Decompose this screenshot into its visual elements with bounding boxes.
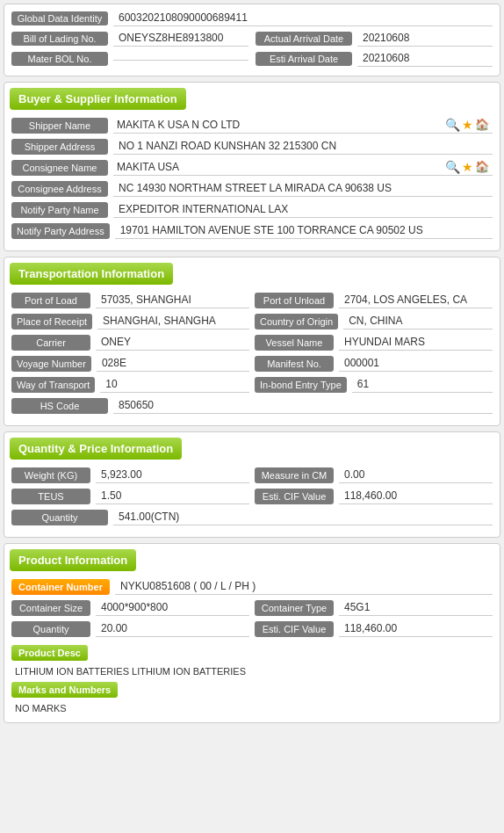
place-of-receipt-value: SHANGHAI, SHANGHA — [97, 313, 249, 330]
product-quantity-value: 20.00 — [96, 620, 249, 637]
transportation-header: Transportation Information — [10, 263, 173, 285]
consignee-name-label: Consignee Name — [11, 160, 108, 176]
measure-in-cm-label: Measure in CM — [255, 467, 334, 483]
country-of-origin-label: Country of Origin — [255, 314, 338, 330]
actual-arrival-date-value: 20210608 — [357, 30, 493, 47]
measure-in-cm-half: Measure in CM 0.00 — [255, 467, 493, 483]
weight-kg-half: Weight (KG) 5,923.00 — [11, 467, 249, 483]
esti-cif-value: 118,460.00 — [339, 488, 493, 504]
global-data-identity-value: 6003202108090000689411 — [113, 10, 493, 26]
voyage-number-value: 028E — [97, 355, 249, 372]
product-quantity-label: Quantity — [11, 621, 90, 637]
container-type-label: Container Type — [255, 600, 334, 616]
weight-kg-label: Weight (KG) — [11, 467, 90, 483]
in-bond-entry-type-value: 61 — [352, 376, 493, 393]
country-of-origin-value: CN, CHINA — [343, 313, 493, 330]
notify-party-address-label: Notify Party Address — [11, 223, 110, 239]
shipper-name-search-icon[interactable]: 🔍 — [445, 118, 460, 132]
notify-party-address-value: 19701 HAMILTON AVENUE STE 100 TORRANCE C… — [115, 222, 493, 239]
port-of-unload-half: Port of Unload 2704, LOS ANGELES, CA — [255, 292, 493, 308]
actual-arrival-date-label: Actual Arrival Date — [256, 32, 352, 46]
carrier-value: ONEY — [96, 334, 249, 351]
quantity-row: Quantity 541.00(CTN) — [11, 509, 493, 525]
port-of-unload-value: 2704, LOS ANGELES, CA — [339, 292, 493, 308]
consignee-name-field: MAKITA USA 🔍 ★ 🏠 — [113, 159, 493, 176]
vessel-name-value: HYUNDAI MARS — [339, 334, 493, 351]
teus-value: 1.50 — [96, 488, 249, 504]
container-type-half: Container Type 45G1 — [255, 599, 493, 616]
shipper-address-value: NO 1 NANZI ROAD KUNSHAN 32 215300 CN — [113, 138, 493, 155]
place-of-receipt-label: Place of Receipt — [11, 314, 92, 330]
container-size-label: Container Size — [11, 600, 90, 616]
shipper-name-value: MAKITA K USA N CO LTD — [113, 117, 445, 133]
weight-kg-value: 5,923.00 — [96, 467, 249, 483]
hs-code-value: 850650 — [113, 397, 493, 414]
port-of-unload-label: Port of Unload — [255, 293, 334, 308]
in-bond-entry-type-half: In-bond Entry Type 61 — [255, 376, 493, 393]
carrier-half: Carrier ONEY — [11, 334, 249, 351]
hs-code-row: HS Code 850650 — [11, 397, 493, 414]
mater-bol-label: Mater BOL No. — [11, 52, 108, 66]
quantity-price-header: Quantity & Price Information — [10, 438, 182, 460]
consignee-name-row: Consignee Name MAKITA USA 🔍 ★ 🏠 — [11, 159, 493, 176]
bill-of-lading-value: ONEYSZ8HE8913800 — [113, 30, 248, 47]
marks-numbers-button[interactable]: Marks and Numbers — [11, 682, 118, 698]
container-size-value: 4000*900*800 — [96, 599, 249, 616]
teus-label: TEUS — [11, 489, 90, 504]
country-of-origin-half: Country of Origin CN, CHINA — [255, 313, 493, 330]
product-quantity-cif-row: Quantity 20.00 Esti. CIF Value 118,460.0… — [11, 620, 493, 637]
way-of-transport-value: 10 — [100, 376, 249, 393]
consignee-name-value: MAKITA USA — [113, 159, 445, 175]
esti-cif-label: Esti. CIF Value — [255, 489, 334, 504]
consignee-name-home-icon[interactable]: 🏠 — [475, 160, 489, 174]
buyer-supplier-section: Buyer & Supplier Information Shipper Nam… — [4, 82, 500, 251]
no-marks-text: NO MARKS — [11, 701, 493, 715]
product-header: Product Information — [10, 549, 136, 571]
marks-numbers-section: Marks and Numbers NO MARKS — [11, 678, 493, 715]
vessel-name-label: Vessel Name — [255, 335, 334, 351]
shipper-name-label: Shipper Name — [11, 118, 108, 134]
product-desc-button[interactable]: Product Desc — [11, 645, 88, 661]
container-number-button[interactable]: Container Number — [11, 579, 110, 595]
manifest-no-label: Manifest No. — [255, 356, 334, 372]
global-data-identity-label: Global Data Identity — [11, 11, 108, 25]
shipper-name-home-icon[interactable]: 🏠 — [475, 118, 489, 132]
shipper-name-field: MAKITA K USA N CO LTD 🔍 ★ 🏠 — [113, 117, 493, 134]
notify-party-name-value: EXPEDITOR INTERNATIONAL LAX — [113, 201, 493, 218]
port-of-load-value: 57035, SHANGHAI — [96, 292, 249, 308]
shipper-address-label: Shipper Address — [11, 139, 108, 155]
receipt-origin-row: Place of Receipt SHANGHAI, SHANGHA Count… — [11, 313, 493, 330]
voyage-number-half: Voyage Number 028E — [11, 355, 249, 372]
consignee-address-row: Consignee Address NC 14930 NORTHAM STREE… — [11, 180, 493, 197]
vessel-name-half: Vessel Name HYUNDAI MARS — [255, 334, 493, 351]
voyage-number-label: Voyage Number — [11, 356, 91, 372]
container-number-row: Container Number NYKU0851608 ( 00 / L / … — [11, 578, 493, 595]
notify-party-name-row: Notify Party Name EXPEDITOR INTERNATIONA… — [11, 201, 493, 218]
product-quantity-half: Quantity 20.00 — [11, 620, 249, 637]
way-inbond-row: Way of Transport 10 In-bond Entry Type 6… — [11, 376, 493, 393]
in-bond-entry-type-label: In-bond Entry Type — [255, 377, 347, 393]
consignee-name-search-icon[interactable]: 🔍 — [445, 160, 460, 174]
shipper-name-star-icon[interactable]: ★ — [462, 118, 473, 132]
esti-cif-half: Esti. CIF Value 118,460.00 — [255, 488, 493, 504]
container-size-half: Container Size 4000*900*800 — [11, 599, 249, 616]
product-esti-cif-label: Esti. CIF Value — [255, 621, 334, 637]
mater-bol-value — [113, 56, 248, 61]
weight-measure-row: Weight (KG) 5,923.00 Measure in CM 0.00 — [11, 467, 493, 483]
container-number-value: NYKU0851608 ( 00 / L / PH ) — [115, 578, 493, 595]
consignee-name-star-icon[interactable]: ★ — [462, 160, 473, 174]
container-size-type-row: Container Size 4000*900*800 Container Ty… — [11, 599, 493, 616]
quantity-price-section: Quantity & Price Information Weight (KG)… — [4, 431, 500, 538]
quantity-value: 541.00(CTN) — [113, 509, 493, 525]
shipper-address-row: Shipper Address NO 1 NANZI ROAD KUNSHAN … — [11, 138, 493, 155]
consignee-address-value: NC 14930 NORTHAM STREET LA MIRADA CA 906… — [113, 180, 493, 197]
consignee-address-label: Consignee Address — [11, 181, 108, 197]
product-esti-cif-half: Esti. CIF Value 118,460.00 — [255, 620, 493, 637]
carrier-vessel-row: Carrier ONEY Vessel Name HYUNDAI MARS — [11, 334, 493, 351]
way-of-transport-label: Way of Transport — [11, 377, 95, 393]
manifest-no-half: Manifest No. 000001 — [255, 355, 493, 372]
quantity-label: Quantity — [11, 510, 108, 525]
notify-party-address-row: Notify Party Address 19701 HAMILTON AVEN… — [11, 222, 493, 239]
container-type-value: 45G1 — [339, 599, 493, 616]
buyer-supplier-header: Buyer & Supplier Information — [10, 88, 186, 110]
